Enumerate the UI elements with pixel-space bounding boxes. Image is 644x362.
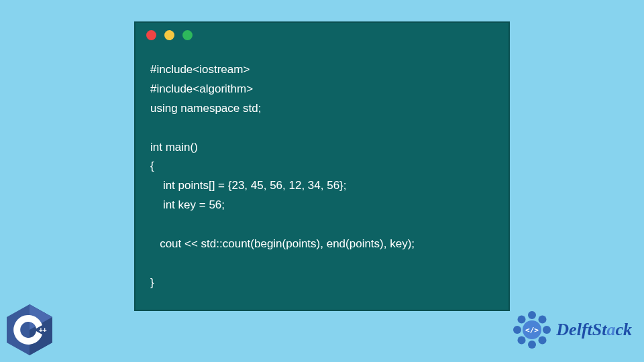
- svg-point-9: [518, 337, 526, 345]
- code-line: using namespace std;: [150, 102, 261, 115]
- code-line: int main(): [150, 141, 198, 154]
- code-line: }: [150, 276, 154, 289]
- svg-point-10: [513, 326, 521, 334]
- code-line: cout << std::count(begin(points), end(po…: [150, 237, 415, 250]
- code-line: int key = 56;: [150, 198, 225, 211]
- minimize-icon: [164, 30, 174, 40]
- svg-text:++: ++: [39, 326, 47, 334]
- code-line: {: [150, 160, 154, 172]
- svg-point-7: [539, 337, 547, 345]
- svg-point-6: [543, 326, 551, 334]
- maximize-icon: [182, 30, 193, 40]
- code-line: int points[] = {23, 45, 56, 12, 34, 56};: [150, 179, 347, 192]
- svg-point-5: [539, 316, 547, 324]
- svg-text:</>: </>: [525, 326, 539, 335]
- window-title-bar: [136, 23, 508, 47]
- delftstack-logo: </> DelftStack: [512, 310, 632, 350]
- svg-point-8: [528, 341, 536, 349]
- delftstack-label: DelftStack: [556, 320, 632, 340]
- code-content: #include<iostream> #include<algorithm> u…: [136, 47, 508, 306]
- cpp-logo-icon: ++: [5, 303, 54, 357]
- svg-point-11: [518, 316, 526, 324]
- code-line: #include<iostream>: [150, 63, 250, 76]
- close-icon: [146, 30, 156, 40]
- svg-point-4: [528, 311, 536, 319]
- code-line: #include<algorithm>: [150, 82, 253, 95]
- delftstack-ring-icon: </>: [512, 310, 552, 350]
- code-window: #include<iostream> #include<algorithm> u…: [134, 21, 510, 311]
